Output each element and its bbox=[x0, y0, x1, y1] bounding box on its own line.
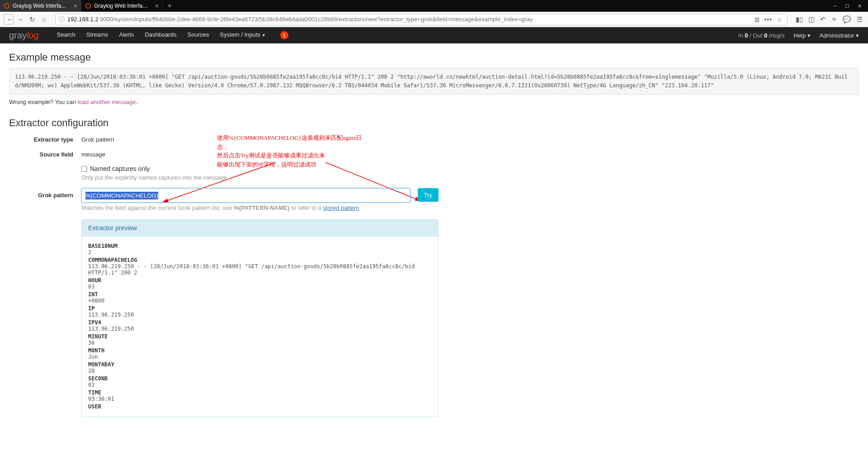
label-extractor-type: Extractor type bbox=[9, 135, 81, 143]
preview-value: 36 bbox=[88, 340, 432, 346]
reader-icon[interactable]: ▥ bbox=[755, 16, 760, 23]
tab-2-title: Graylog Web Interface - Gro bbox=[94, 3, 151, 9]
svg-point-1 bbox=[86, 4, 91, 9]
preview-value: Jun bbox=[88, 354, 432, 360]
minimize-icon[interactable]: ─ bbox=[833, 3, 837, 9]
window-controls: ─ ☐ ✕ bbox=[827, 0, 868, 12]
tab-1-title: Graylog Web Interface - New bbox=[13, 3, 69, 9]
page-content: Example message 113.96.219.250 - - [28/J… bbox=[0, 43, 868, 474]
preview-value: 03:36:01 bbox=[88, 396, 432, 402]
named-captures-input[interactable] bbox=[81, 166, 87, 172]
nav-alerts[interactable]: Alerts bbox=[119, 31, 134, 39]
chevron-down-icon: ▾ bbox=[807, 32, 811, 39]
preview-key: SECOND bbox=[88, 375, 432, 382]
reply-icon[interactable]: ↶ bbox=[820, 15, 826, 24]
load-another-link[interactable]: load another message bbox=[78, 99, 136, 105]
nav-sources[interactable]: Sources bbox=[188, 31, 209, 39]
graylog-logo[interactable]: graylog bbox=[9, 30, 39, 41]
chevron-down-icon: ▾ bbox=[856, 32, 859, 39]
bookmark-icon[interactable]: ☆ bbox=[777, 16, 783, 23]
home-icon[interactable]: ⌂ bbox=[39, 15, 49, 23]
preview-key: MINUTE bbox=[88, 333, 432, 340]
label-grok: Grok pattern bbox=[9, 188, 81, 417]
wrong-example-text: Wrong example? You can load another mess… bbox=[9, 99, 859, 105]
grok-hint: Matches the field against the current Gr… bbox=[81, 204, 439, 211]
preview-key: HOUR bbox=[88, 277, 432, 284]
preview-value: +0800 bbox=[88, 298, 432, 304]
chat-icon[interactable]: 💬 bbox=[843, 15, 851, 24]
info-icon[interactable]: ⓘ bbox=[58, 15, 65, 24]
library-icon[interactable]: ▮▯ bbox=[796, 15, 803, 24]
example-message-well: 113.96.219.250 - - [28/Jun/2018:03:36:01… bbox=[9, 68, 859, 95]
menu-icon[interactable]: ☰ bbox=[857, 15, 863, 24]
nav-dashboards[interactable]: Dashboards bbox=[145, 31, 176, 39]
notification-badge[interactable]: 1 bbox=[280, 31, 288, 39]
extractor-preview-body: BASE10NUM2COMMONAPACHELOG113.96.219.250 … bbox=[82, 237, 438, 417]
named-captures-hint: Only put the explicitly named captures i… bbox=[81, 174, 439, 181]
preview-key: INT bbox=[88, 291, 432, 298]
maximize-icon[interactable]: ☐ bbox=[845, 3, 849, 9]
url-bar[interactable]: ⓘ 192.168.1.2:9000/system/inputs/ff640b0… bbox=[55, 14, 788, 25]
preview-key: IP bbox=[88, 305, 432, 312]
preview-key: MONTH bbox=[88, 347, 432, 354]
grok-pattern-input[interactable]: %{COMMONAPACHELOG} bbox=[81, 188, 410, 203]
browser-tabs: Graylog Web Interface - New × Graylog We… bbox=[0, 0, 868, 12]
extractor-config-heading: Extractor configuration bbox=[9, 117, 859, 129]
extensions-icon[interactable]: ✧ bbox=[831, 15, 837, 24]
preview-key: COMMONAPACHELOG bbox=[88, 257, 432, 263]
close-icon[interactable]: × bbox=[155, 2, 159, 9]
browser-bar: ← → ↻ ⌂ ⓘ 192.168.1.2:9000/system/inputs… bbox=[0, 12, 868, 27]
preview-value: 01 bbox=[88, 382, 432, 388]
preview-key: BASE10NUM bbox=[88, 243, 432, 249]
preview-value: 113.96.219.250 bbox=[88, 312, 432, 318]
favicon-icon bbox=[4, 3, 10, 9]
close-window-icon[interactable]: ✕ bbox=[858, 3, 862, 9]
extractor-preview-panel: Extractor preview BASE10NUM2COMMONAPACHE… bbox=[81, 219, 439, 417]
page-actions-icon[interactable]: ••• bbox=[764, 16, 772, 23]
forward-icon[interactable]: → bbox=[15, 15, 25, 23]
nav-system[interactable]: System / Inputs▼ bbox=[220, 31, 266, 39]
preview-value: 03 bbox=[88, 284, 432, 290]
nav-search[interactable]: Search bbox=[57, 31, 75, 39]
preview-key: TIME bbox=[88, 389, 432, 396]
preview-key: USER bbox=[88, 403, 432, 410]
sidebar-icon[interactable]: ◫ bbox=[808, 15, 815, 24]
svg-point-0 bbox=[5, 4, 9, 9]
nav-help[interactable]: Help ▾ bbox=[793, 32, 810, 39]
favicon-icon bbox=[85, 3, 91, 9]
tab-2[interactable]: Graylog Web Interface - Gro × bbox=[81, 0, 163, 12]
label-source-field: Source field bbox=[9, 150, 81, 158]
stored-pattern-link[interactable]: stored pattern bbox=[323, 204, 359, 211]
reload-icon[interactable]: ↻ bbox=[27, 15, 37, 24]
back-icon[interactable]: ← bbox=[4, 14, 14, 24]
preview-value: 2 bbox=[88, 249, 432, 256]
value-source-field: message bbox=[81, 150, 439, 158]
preview-value: 113.96.219.250 - - [28/Jun/2018:03:36:01… bbox=[88, 263, 432, 276]
inout-status: In 0 / Out 0 msg/s bbox=[738, 32, 785, 39]
preview-value: 113.96.219.250 bbox=[88, 326, 432, 332]
preview-key: MONTHDAY bbox=[88, 361, 432, 368]
nav-admin[interactable]: Administrator ▾ bbox=[820, 32, 859, 39]
try-button[interactable]: Try bbox=[418, 188, 439, 202]
grok-pattern-value: %{COMMONAPACHELOG} bbox=[85, 192, 158, 199]
named-captures-checkbox[interactable]: Named captures only bbox=[81, 165, 439, 172]
chevron-down-icon: ▼ bbox=[262, 33, 266, 38]
graylog-navbar: graylog Search Streams Alerts Dashboards… bbox=[0, 27, 868, 43]
preview-key: IPV4 bbox=[88, 319, 432, 326]
url-text: 192.168.1.2:9000/system/inputs/ff640b0e-… bbox=[67, 16, 755, 23]
new-tab-button[interactable]: + bbox=[163, 0, 176, 12]
value-extractor-type: Grok pattern bbox=[81, 135, 439, 143]
example-message-heading: Example message bbox=[9, 52, 859, 63]
extractor-preview-heading: Extractor preview bbox=[82, 220, 438, 237]
preview-value: 28 bbox=[88, 368, 432, 374]
nav-streams[interactable]: Streams bbox=[86, 31, 108, 39]
close-icon[interactable]: × bbox=[74, 2, 77, 9]
tab-1[interactable]: Graylog Web Interface - New × bbox=[0, 0, 81, 12]
